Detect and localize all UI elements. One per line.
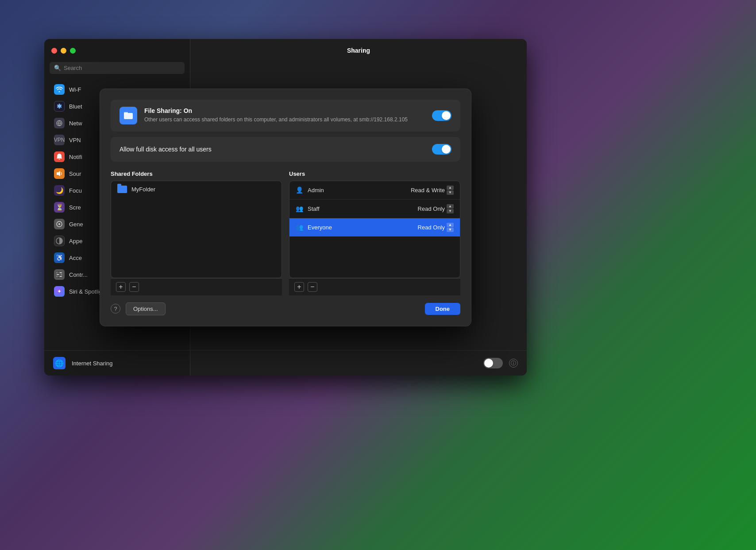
remove-folder-button[interactable]: − bbox=[129, 282, 139, 292]
stepper-down[interactable]: ▼ bbox=[447, 190, 454, 195]
permission-label: Read & Write bbox=[411, 187, 445, 194]
two-column-area: Shared Folders MyFolder bbox=[111, 170, 460, 295]
user-group-icon: 👥 bbox=[296, 224, 303, 231]
users-section: Users 👤 Admin Read & Write ▲ bbox=[289, 170, 460, 295]
file-sharing-row: File Sharing: On Other users can access … bbox=[111, 100, 460, 132]
admin-permission: Read & Write ▲ ▼ bbox=[411, 186, 454, 195]
add-user-button[interactable]: + bbox=[294, 282, 304, 292]
stepper-up[interactable]: ▲ bbox=[447, 186, 454, 190]
file-sharing-description: Other users can access shared folders on… bbox=[144, 116, 425, 124]
file-sharing-title: File Sharing: On bbox=[144, 107, 425, 114]
file-sharing-text: File Sharing: On Other users can access … bbox=[144, 107, 425, 124]
list-item[interactable]: 👤 Admin Read & Write ▲ ▼ bbox=[289, 181, 460, 200]
users-list: 👤 Admin Read & Write ▲ ▼ bbox=[289, 181, 460, 278]
stepper-down[interactable]: ▼ bbox=[447, 209, 454, 213]
shared-folders-section: Shared Folders MyFolder bbox=[111, 170, 282, 295]
stepper-up[interactable]: ▲ bbox=[447, 223, 454, 227]
svg-rect-13 bbox=[124, 112, 128, 114]
svg-rect-12 bbox=[124, 113, 133, 119]
permission-stepper[interactable]: ▲ ▼ bbox=[447, 204, 454, 213]
file-sharing-dialog: File Sharing: On Other users can access … bbox=[44, 39, 527, 376]
dialog-box: File Sharing: On Other users can access … bbox=[100, 89, 471, 326]
folder-icon bbox=[117, 186, 127, 193]
list-item[interactable]: 👥 Everyone Read Only ▲ ▼ bbox=[289, 218, 460, 236]
permission-stepper[interactable]: ▲ ▼ bbox=[447, 186, 454, 195]
stepper-down[interactable]: ▼ bbox=[447, 228, 454, 232]
users-header: Users bbox=[289, 170, 460, 177]
done-button[interactable]: Done bbox=[425, 303, 461, 315]
full-disk-access-label: Allow full disk access for all users bbox=[120, 146, 432, 153]
users-bottom-bar: + − bbox=[289, 278, 460, 295]
options-button[interactable]: Options... bbox=[126, 302, 166, 315]
file-sharing-icon bbox=[120, 107, 137, 124]
shared-folders-bottom-bar: + − bbox=[111, 278, 282, 295]
shared-folders-header: Shared Folders bbox=[111, 170, 282, 177]
user-name: Admin bbox=[308, 187, 406, 194]
remove-user-button[interactable]: − bbox=[308, 282, 317, 292]
shared-folders-list: MyFolder bbox=[111, 181, 282, 278]
list-item[interactable]: MyFolder bbox=[111, 181, 282, 198]
full-disk-access-toggle[interactable] bbox=[432, 144, 451, 155]
permission-stepper[interactable]: ▲ ▼ bbox=[447, 223, 454, 232]
stepper-up[interactable]: ▲ bbox=[447, 204, 454, 209]
everyone-permission: Read Only ▲ ▼ bbox=[418, 223, 454, 232]
permission-label: Read Only bbox=[418, 224, 445, 231]
user-name: Staff bbox=[308, 205, 413, 212]
file-sharing-toggle[interactable] bbox=[432, 110, 451, 121]
help-button[interactable]: ? bbox=[111, 304, 120, 314]
folder-name: MyFolder bbox=[131, 186, 275, 193]
user-name: Everyone bbox=[308, 224, 413, 231]
main-content: ‹ › Sharing 🌐 Internet Sharing ⓘ bbox=[190, 39, 527, 376]
list-item[interactable]: 👥 Staff Read Only ▲ ▼ bbox=[289, 200, 460, 218]
user-single-icon: 👤 bbox=[296, 186, 303, 194]
permission-label: Read Only bbox=[418, 205, 445, 212]
main-window: 🔍 Search Wi-F ✱ Bluet bbox=[44, 39, 527, 376]
staff-permission: Read Only ▲ ▼ bbox=[418, 204, 454, 213]
dialog-bottom-bar: ? Options... Done bbox=[111, 302, 460, 315]
full-disk-access-row: Allow full disk access for all users bbox=[111, 137, 460, 162]
user-group-icon: 👥 bbox=[296, 205, 303, 212]
add-folder-button[interactable]: + bbox=[116, 282, 126, 292]
